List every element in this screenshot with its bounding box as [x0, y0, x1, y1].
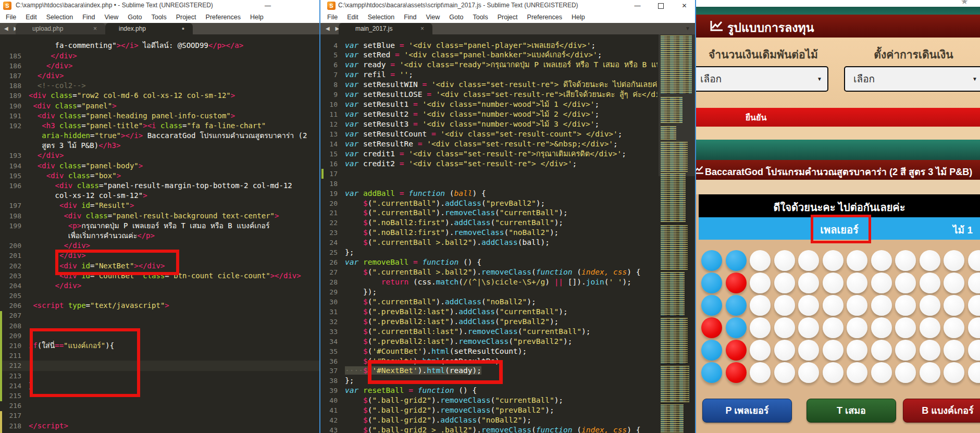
- code-line[interactable]: 6var ready = '<div class="ready">กรุณากด…: [321, 60, 658, 70]
- code-line[interactable]: 30 $(".currentBall").addClass("noBall2")…: [321, 297, 658, 307]
- minimize-icon[interactable]: —: [257, 0, 278, 11]
- code-line[interactable]: 33 $(".currentBall:last").removeClass("c…: [321, 327, 658, 337]
- menu-item-edit[interactable]: Edit: [342, 11, 363, 23]
- money-walk-select[interactable]: เลือก ▼: [844, 66, 980, 92]
- minimize-button[interactable]: —: [626, 0, 649, 11]
- close-button[interactable]: ✕: [673, 0, 696, 11]
- menu-item-preferences[interactable]: Preferences: [523, 11, 567, 23]
- minimap[interactable]: [659, 34, 695, 433]
- code-line[interactable]: 216: [0, 401, 319, 411]
- code-line[interactable]: 185 </div>: [0, 51, 319, 61]
- menu-item-find[interactable]: Find: [399, 11, 421, 23]
- code-line[interactable]: 195 <div class="box">: [0, 171, 319, 181]
- middle-titlebar[interactable]: S C:\xampp\htdocs\bacara\assets\script\m…: [320, 0, 695, 11]
- code-line[interactable]: 40 $(".ball-grid2").removeClass("current…: [321, 395, 658, 405]
- code-line[interactable]: 24 $(".currentBall >.ball2").addClass(ba…: [321, 238, 658, 248]
- code-line[interactable]: 7var refil = '';: [321, 70, 658, 80]
- menu-item-file[interactable]: File: [1, 11, 21, 23]
- menu-item-find[interactable]: Find: [78, 11, 100, 23]
- code-line[interactable]: 217: [0, 411, 319, 420]
- code-line[interactable]: 11var setResult2 = '<div class="number-w…: [321, 109, 658, 119]
- code-line[interactable]: เพื่อเริ่มการคำนวณค่ะ</p>: [0, 231, 319, 241]
- code-line[interactable]: 27 $(".currentBall >.ball2").removeClass…: [321, 267, 658, 277]
- menu-item-selection[interactable]: Selection: [42, 11, 78, 23]
- tab-index-php[interactable]: index.php •: [105, 23, 193, 34]
- code-line[interactable]: 198 <div class="panel-result-background …: [0, 211, 319, 221]
- menu-item-selection[interactable]: Selection: [363, 11, 399, 23]
- code-line[interactable]: 35 $('#CountBet').html(setResultCount);: [321, 347, 658, 356]
- code-line[interactable]: 205: [0, 291, 319, 301]
- tab-close-icon[interactable]: ×: [420, 23, 424, 34]
- code-line[interactable]: 186 </div>: [0, 61, 319, 71]
- code-line[interactable]: 29 });: [321, 287, 658, 297]
- code-line[interactable]: 14var setResultRe = '<div class="set-res…: [321, 139, 658, 149]
- code-line[interactable]: 13var setResultCount = '<div class="set-…: [321, 129, 658, 139]
- menu-item-tools[interactable]: Tools: [146, 11, 171, 23]
- code-line[interactable]: 206 <script type="text/javascript">: [0, 301, 319, 311]
- code-line[interactable]: 219: [0, 431, 319, 433]
- menu-item-view[interactable]: View: [421, 11, 444, 23]
- code-line[interactable]: aria-hidden="true"></i> BaccaratGod โปรแ…: [0, 131, 319, 141]
- menu-item-help[interactable]: Help: [567, 11, 590, 23]
- code-line[interactable]: 19var addBall = function (ball) {: [321, 189, 658, 199]
- menu-item-goto[interactable]: Goto: [444, 11, 468, 23]
- code-line[interactable]: fa-commenting"></i> ไอดีไลน์: @SOOD99</p…: [0, 41, 319, 51]
- menu-item-tools[interactable]: Tools: [468, 11, 492, 23]
- code-line[interactable]: สูตร 3 ไม้ P&B)</h3>: [0, 141, 319, 151]
- code-line[interactable]: 39var resetBall = function () {: [321, 386, 658, 395]
- bet-amount-select[interactable]: เลือก ▼: [696, 66, 828, 92]
- tab-overflow-icon[interactable]: ▼: [685, 26, 690, 31]
- left-titlebar[interactable]: S C:\xampp\htdocs\bacara\index.php • - S…: [0, 0, 319, 11]
- code-line[interactable]: 28 return (css.match(/(^|\s)cicle-\S+/g)…: [321, 277, 658, 287]
- code-line[interactable]: 192 <h3 class="panel-title"><i class="fa…: [0, 121, 319, 131]
- code-line[interactable]: 191 <div class="panel-heading panel-info…: [0, 111, 319, 121]
- tab-nav-left-icon[interactable]: ◀: [326, 26, 332, 31]
- tie-button[interactable]: T เสมอ: [807, 399, 896, 423]
- banker-button[interactable]: B แบงค์เกอร์: [903, 399, 980, 423]
- code-line[interactable]: 12var setResult3 = '<div class="number-w…: [321, 119, 658, 129]
- code-line[interactable]: 42 $(".ball-grid2").addClass("noBall2");: [321, 415, 658, 425]
- code-line[interactable]: 43 $(".ball-grid2 > .ball2").removeClass…: [321, 425, 658, 433]
- code-line[interactable]: 22 $(".noBall2:first").addClass("current…: [321, 218, 658, 228]
- code-line[interactable]: 5var setRed = '<div class="panel-bankker…: [321, 50, 658, 60]
- tab-upload-php[interactable]: upload.php ×: [16, 23, 105, 34]
- code-line[interactable]: 20 $(".currentBall").addClass("prevBall2…: [321, 199, 658, 208]
- code-line[interactable]: 199 <p>กรุณากดปุ่ม P เพลเยอร์ หรือ T เสม…: [0, 221, 319, 231]
- code-line[interactable]: 15var credit1 = '<div class="set-result-…: [321, 149, 658, 159]
- menu-item-file[interactable]: File: [322, 11, 342, 23]
- code-line[interactable]: 187 </div>: [0, 71, 319, 81]
- code-line[interactable]: 16var credit2 = '<div class="set-result-…: [321, 159, 658, 169]
- menu-item-view[interactable]: View: [100, 11, 123, 23]
- code-line[interactable]: 189<div class="row2 col-md-6 col-xs-12 c…: [0, 91, 319, 101]
- code-line[interactable]: 23 $(".noBall2:first").removeClass("noBa…: [321, 228, 658, 238]
- code-line[interactable]: 32 $(".prevBall2:last").addClass("prevBa…: [321, 317, 658, 327]
- menu-item-goto[interactable]: Goto: [123, 11, 146, 23]
- menu-item-project[interactable]: Project: [171, 11, 201, 23]
- tab-nav-left-icon[interactable]: ◀: [4, 26, 10, 31]
- code-line[interactable]: 9var setResultLOSE = '<div class="set-re…: [321, 90, 658, 100]
- code-line[interactable]: 193 </div>: [0, 151, 319, 160]
- player-button[interactable]: P เพลเยอร์: [702, 399, 792, 423]
- code-line[interactable]: 34 $(".prevBall2:last").removeClass("pre…: [321, 337, 658, 347]
- menu-item-preferences[interactable]: Preferences: [201, 11, 245, 23]
- menu-item-help[interactable]: Help: [245, 11, 268, 23]
- code-line[interactable]: 196 <div class="panel-result-margin-top-…: [0, 181, 319, 191]
- code-line[interactable]: 41 $(".ball-grid2").removeClass("prevBal…: [321, 405, 658, 415]
- maximize-button[interactable]: [649, 0, 673, 11]
- bookmark-star-icon[interactable]: ★: [961, 0, 968, 6]
- code-line[interactable]: 8var setResultWIN = '<div class="set-res…: [321, 80, 658, 90]
- menu-item-edit[interactable]: Edit: [21, 11, 42, 23]
- tab-main-2017-js[interactable]: main_2017.js ×: [339, 23, 432, 34]
- code-line[interactable]: 197 <div id="Result">: [0, 201, 319, 211]
- code-line[interactable]: 218</script>: [0, 421, 319, 431]
- code-line[interactable]: 17: [321, 169, 658, 179]
- menu-item-project[interactable]: Project: [493, 11, 523, 23]
- code-line[interactable]: 26var removeBall = function () {: [321, 257, 658, 267]
- code-line[interactable]: 188 <!--col2-->: [0, 81, 319, 91]
- code-line[interactable]: 204 </div>: [0, 281, 319, 291]
- code-line[interactable]: col-xs-12 col-sm-12">: [0, 191, 319, 201]
- code-line[interactable]: 21 $(".currentBall").removeClass("curren…: [321, 208, 658, 218]
- code-line[interactable]: 194 <div class="panel-body">: [0, 161, 319, 171]
- code-line[interactable]: 4var setBlue = '<div class="panel-player…: [321, 41, 658, 51]
- tab-close-icon[interactable]: ×: [93, 23, 97, 34]
